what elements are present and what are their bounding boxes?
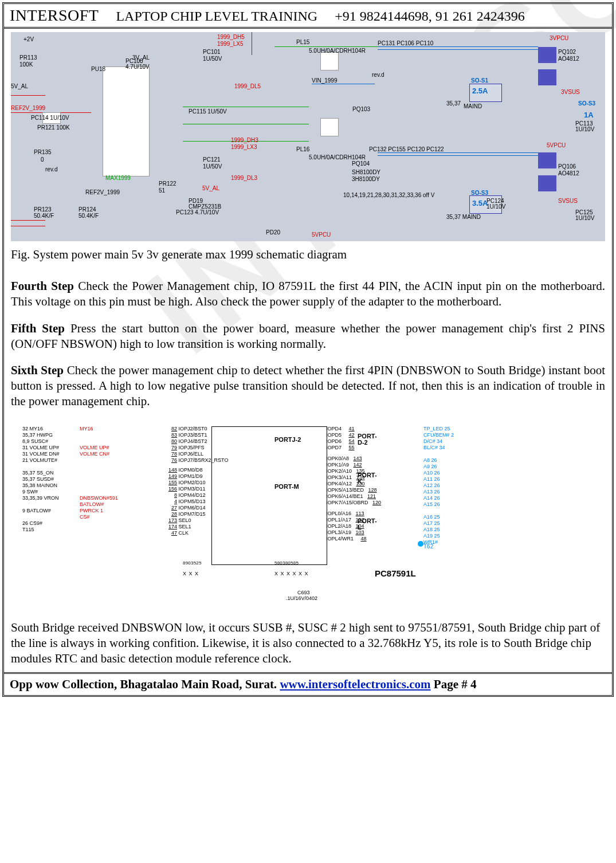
phones: +91 9824144698, 91 261 2424396 bbox=[335, 9, 525, 24]
sixth-step-label: Sixth Step bbox=[11, 363, 64, 377]
figure-caption-1: Fig. System power main 5v 3v generate ma… bbox=[11, 247, 605, 262]
schematic-power-main: +2V 3V_AL 1999_DH5 1999_LX5 PL15 5.0UH/0… bbox=[11, 32, 605, 241]
page-header: INTERSOFT LAPTOP CHIP LEVEL TRAINING +91… bbox=[4, 4, 612, 29]
doc-title: LAPTOP CHIP LEVEL TRAINING bbox=[116, 9, 317, 24]
page-footer: Opp wow Collection, Bhagatalao Main Road… bbox=[4, 672, 612, 695]
fourth-step-para: Fourth Step Check the Power Management c… bbox=[11, 278, 605, 309]
sixth-step-para: Sixth Step Check the power management ch… bbox=[11, 363, 605, 409]
fourth-step-label: Fourth Step bbox=[11, 279, 74, 293]
footer-address: Opp wow Collection, Bhagatalao Main Road… bbox=[10, 677, 280, 691]
chip-name: PC87591L bbox=[375, 568, 416, 578]
schematic-pc87591l: PORTJ-2 PORT-M PORT-D-2 PORT-K PORT-L 82… bbox=[11, 421, 605, 610]
footer-link[interactable]: www.intersoftelectronics.com bbox=[280, 677, 430, 691]
fifth-step-label: Fifth Step bbox=[11, 321, 65, 335]
footer-page: Page # 4 bbox=[434, 677, 477, 691]
fifth-step-para: Fifth Step Press the start button on the… bbox=[11, 321, 605, 352]
brand: INTERSOFT bbox=[10, 6, 99, 25]
south-bridge-para: South Bridge received DNBSWON low, it oc… bbox=[11, 620, 605, 666]
